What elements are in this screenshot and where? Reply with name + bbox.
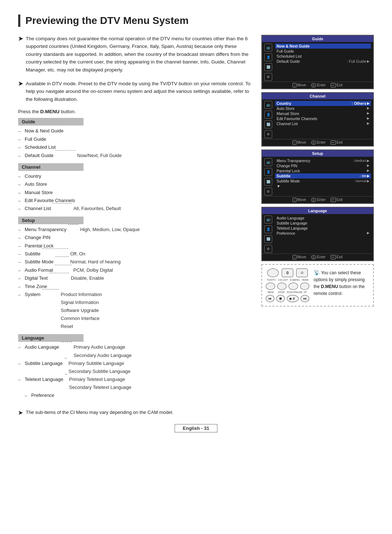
- label: Manual Store: [277, 111, 299, 116]
- remote-btn-hdmi[interactable]: [300, 283, 310, 290]
- label: Parental Lock: [277, 169, 300, 173]
- item-value: Product InformationSignal InformationSof…: [61, 291, 102, 330]
- connector: –: [18, 375, 25, 383]
- setup-icon-3: 🔢: [264, 178, 272, 186]
- tv-panel-title-setup: Setup: [262, 150, 373, 157]
- dashes: [42, 289, 59, 289]
- connector: –: [18, 234, 25, 242]
- menu-section-guide: Guide – Now & Next Guide – Full Guide – …: [18, 118, 253, 160]
- channel-panel-footer: ↕ Move ⊙Enter ↩ Exit: [262, 139, 373, 146]
- bottom-arrow: ➤: [18, 410, 23, 416]
- chan-item-manual-store: Manual Store▶: [275, 111, 371, 116]
- label: Subtitle: [277, 174, 291, 178]
- tv-panel-title-channel: Channel: [262, 93, 373, 99]
- remote-btn-dmenu[interactable]: [289, 283, 298, 290]
- remote-btn-tvdtv[interactable]: [266, 283, 275, 290]
- label-hdmi: HDMI: [301, 279, 309, 281]
- guide-item-full: Full Guide: [275, 49, 371, 54]
- item-value: Normal, Hard of hearing: [70, 258, 121, 266]
- remote-btn-chlist[interactable]: [277, 283, 287, 290]
- connector: –: [18, 266, 25, 274]
- item-label: Audio Language: [25, 343, 59, 351]
- footer-enter: ⊙Enter: [311, 255, 326, 259]
- lang-icon-2: 👤: [264, 225, 272, 233]
- guide-icon-1: 📺: [264, 44, 272, 52]
- footer-exit: ↩ Exit: [331, 198, 343, 202]
- dashes: [61, 342, 72, 342]
- setup-item-more: ▼: [275, 184, 371, 189]
- remote-btn-eq[interactable]: ⊙: [296, 268, 308, 277]
- guide-default-label: Default Guide: [277, 59, 300, 63]
- bullet-1: ➤ The company does not guarantee the nor…: [18, 35, 253, 74]
- item-label: Teletext Language: [25, 375, 63, 383]
- dashes: [65, 374, 67, 374]
- dashes: [53, 203, 72, 204]
- setup-icon-1: 📺: [264, 158, 272, 166]
- menu-item-subtitle-mode: – Subtitle Mode Normal, Hard of hearing: [18, 258, 253, 266]
- connector: –: [18, 274, 25, 282]
- setup-item-parental: Parental Lock▶: [275, 168, 371, 173]
- label: Change PIN: [277, 164, 297, 168]
- connector: –: [18, 258, 25, 266]
- footer-exit: ↩ Exit: [331, 140, 343, 145]
- item-label: Channel List: [25, 205, 51, 213]
- connector: –: [18, 360, 25, 367]
- menu-item-full-guide: – Full Guide: [18, 135, 253, 143]
- dashes: [68, 224, 78, 225]
- connector: –: [18, 189, 25, 197]
- lang-item-subtitle: Subtitle Language: [275, 221, 371, 226]
- item-label: Country: [25, 172, 41, 180]
- connector: –: [18, 135, 25, 143]
- item-label: Change PIN: [25, 234, 50, 242]
- dashes: [56, 150, 75, 151]
- remote-btn-ff[interactable]: ⏭: [301, 295, 309, 302]
- dashes: [42, 248, 68, 249]
- dashes: [49, 273, 69, 273]
- remote-btn-playpause[interactable]: ▶⏸: [287, 295, 299, 302]
- remote-section: 0 ⊙ TV/DTV CH LIST D.MENU HDMI: [261, 264, 374, 307]
- footer-move: ↕ Move: [293, 198, 306, 202]
- connector: –: [18, 152, 25, 160]
- item-label: Subtitle Language: [25, 360, 63, 367]
- chan-country-value: : Others ▶: [352, 101, 369, 106]
- menu-section-setup: Setup – Menu Transparency High, Medium, …: [18, 217, 253, 331]
- menu-item-channel-list: – Channel List All, Favourites, Default: [18, 205, 253, 213]
- guide-icon-4: ⚙: [264, 73, 272, 81]
- remote-note-text: You can select these options by simply p…: [314, 270, 365, 296]
- remote-btn-rew[interactable]: ⏮: [266, 295, 274, 302]
- press-instruction: Press the D.MENU button.: [18, 109, 253, 114]
- connector: –: [18, 127, 25, 135]
- remote-dmenu-bold: D.MENU: [321, 284, 338, 289]
- bullet-text-2: Available in DTV mode. Preset to the DTV…: [26, 80, 253, 103]
- left-column: ➤ The company does not guarantee the nor…: [18, 35, 253, 403]
- connector: –: [18, 143, 25, 151]
- bullet-text-1: The company does not guarantee the norma…: [26, 35, 253, 74]
- label-rew: REW: [266, 291, 275, 293]
- chan-icon-1: 📺: [264, 101, 272, 109]
- item-label: Menu Transparency: [25, 226, 66, 234]
- menu-header-language: Language: [18, 334, 83, 342]
- remote-btn-stop[interactable]: ⏹: [276, 295, 285, 302]
- menu-section-language: Language – Audio Language Primary Audio …: [18, 334, 253, 399]
- menu-item-auto-store: – Auto Store: [18, 180, 253, 188]
- lang-icon-1: 📺: [264, 215, 272, 223]
- lang-item-audio: Audio Language: [275, 215, 371, 221]
- chan-item-auto-store: Auto Store▶: [275, 106, 371, 111]
- press-suffix: button.: [60, 109, 76, 114]
- connector: –: [18, 291, 25, 299]
- footer-move: ↕ Move: [293, 140, 306, 145]
- footer-exit: ↩ Exit: [331, 83, 343, 87]
- label: Channel List: [277, 122, 298, 126]
- remote-btn-0[interactable]: 0: [282, 268, 293, 277]
- bullet-2: ➤ Available in DTV mode. Preset to the D…: [18, 80, 253, 103]
- menu-item-menu-transparency: – Menu Transparency High, Medium, Low, O…: [18, 226, 253, 234]
- item-label: Default Guide: [25, 152, 54, 160]
- guide-item-default: Default Guide : Full Guide ▶: [275, 59, 371, 64]
- page-footer: English - 31: [18, 423, 374, 434]
- remote-btn-empty[interactable]: [267, 268, 279, 277]
- language-panel-footer: ↕ Move ⊙Enter ↩ Exit: [262, 254, 373, 260]
- item-label: Auto Store: [25, 180, 47, 188]
- tv-panel-language: Language 📺 👤 🔢 ⚙ Audio Language Subtitle…: [261, 207, 374, 261]
- menu-item-change-pin: – Change PIN: [18, 234, 253, 242]
- setup-panel-footer: ↕ Move ⊙Enter ↩ Exit: [262, 196, 373, 203]
